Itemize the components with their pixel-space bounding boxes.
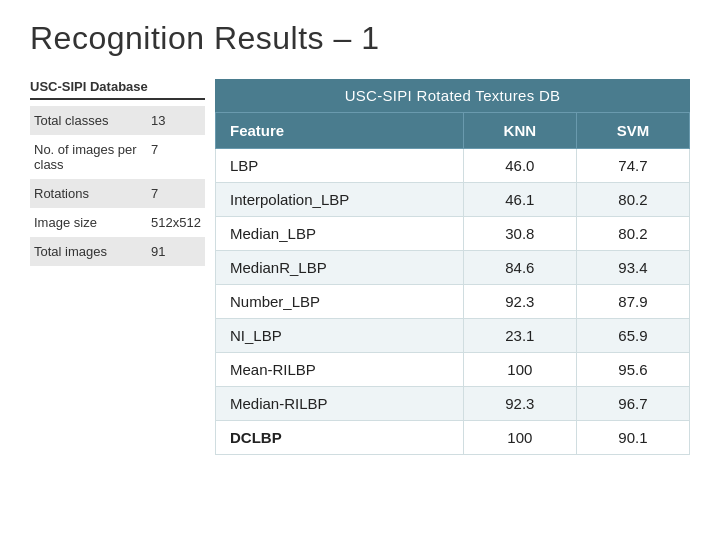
feature-cell: NI_LBP xyxy=(216,319,464,353)
knn-cell: 23.1 xyxy=(463,319,576,353)
info-row: Image size512x512 xyxy=(30,208,205,237)
info-value: 7 xyxy=(147,135,205,179)
info-row: Total images91 xyxy=(30,237,205,266)
svm-cell: 96.7 xyxy=(576,387,689,421)
col-header: KNN xyxy=(463,113,576,149)
svm-cell: 90.1 xyxy=(576,421,689,455)
page-title: Recognition Results – 1 xyxy=(30,20,690,57)
knn-cell: 100 xyxy=(463,353,576,387)
feature-cell: Median_LBP xyxy=(216,217,464,251)
svm-cell: 80.2 xyxy=(576,183,689,217)
knn-cell: 84.6 xyxy=(463,251,576,285)
table-row: MedianR_LBP84.693.4 xyxy=(216,251,690,285)
right-panel: USC-SIPI Rotated Textures DB FeatureKNNS… xyxy=(215,79,690,455)
svm-cell: 87.9 xyxy=(576,285,689,319)
svm-cell: 95.6 xyxy=(576,353,689,387)
table-row: NI_LBP23.165.9 xyxy=(216,319,690,353)
info-row: No. of images per class7 xyxy=(30,135,205,179)
knn-cell: 30.8 xyxy=(463,217,576,251)
info-label: Total classes xyxy=(30,106,147,135)
table-row: Median-RILBP92.396.7 xyxy=(216,387,690,421)
col-header: Feature xyxy=(216,113,464,149)
table-row: Number_LBP92.387.9 xyxy=(216,285,690,319)
feature-cell: Median-RILBP xyxy=(216,387,464,421)
table-row: Median_LBP30.880.2 xyxy=(216,217,690,251)
info-table: Total classes13No. of images per class7R… xyxy=(30,106,205,266)
table-row: Mean-RILBP10095.6 xyxy=(216,353,690,387)
knn-cell: 100 xyxy=(463,421,576,455)
knn-cell: 92.3 xyxy=(463,387,576,421)
feature-cell: DCLBP xyxy=(216,421,464,455)
feature-cell: Mean-RILBP xyxy=(216,353,464,387)
knn-cell: 46.1 xyxy=(463,183,576,217)
info-label: No. of images per class xyxy=(30,135,147,179)
content-area: USC-SIPI Database Total classes13No. of … xyxy=(30,79,690,455)
col-header: SVM xyxy=(576,113,689,149)
feature-cell: MedianR_LBP xyxy=(216,251,464,285)
table-title: USC-SIPI Rotated Textures DB xyxy=(215,79,690,112)
table-row: DCLBP10090.1 xyxy=(216,421,690,455)
left-panel: USC-SIPI Database Total classes13No. of … xyxy=(30,79,215,455)
info-value: 512x512 xyxy=(147,208,205,237)
svm-cell: 93.4 xyxy=(576,251,689,285)
table-row: Interpolation_LBP46.180.2 xyxy=(216,183,690,217)
feature-cell: Number_LBP xyxy=(216,285,464,319)
info-value: 7 xyxy=(147,179,205,208)
info-row: Rotations7 xyxy=(30,179,205,208)
feature-cell: LBP xyxy=(216,149,464,183)
svm-cell: 65.9 xyxy=(576,319,689,353)
info-value: 91 xyxy=(147,237,205,266)
info-value: 13 xyxy=(147,106,205,135)
info-label: Rotations xyxy=(30,179,147,208)
page: Recognition Results – 1 USC-SIPI Databas… xyxy=(0,0,720,540)
results-table: FeatureKNNSVM LBP46.074.7Interpolation_L… xyxy=(215,112,690,455)
db-title: USC-SIPI Database xyxy=(30,79,205,100)
feature-cell: Interpolation_LBP xyxy=(216,183,464,217)
table-row: LBP46.074.7 xyxy=(216,149,690,183)
svm-cell: 74.7 xyxy=(576,149,689,183)
knn-cell: 92.3 xyxy=(463,285,576,319)
info-label: Total images xyxy=(30,237,147,266)
info-label: Image size xyxy=(30,208,147,237)
info-row: Total classes13 xyxy=(30,106,205,135)
svm-cell: 80.2 xyxy=(576,217,689,251)
knn-cell: 46.0 xyxy=(463,149,576,183)
